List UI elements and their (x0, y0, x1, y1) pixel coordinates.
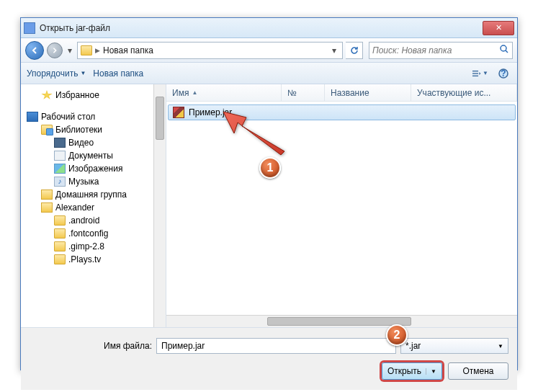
split-chevron-icon[interactable]: ▼ (426, 368, 436, 375)
star-icon (41, 90, 53, 100)
sidebar-pictures[interactable]: Изображения (21, 162, 166, 175)
sidebar-desktop[interactable]: Рабочий стол (21, 110, 166, 123)
svg-text:?: ? (501, 68, 506, 79)
file-open-dialog: Открыть jar-файл ✕ ▾ ▶ Новая папка ▾ (20, 17, 518, 370)
file-item-selected[interactable]: Пример.jar (168, 104, 516, 120)
help-button[interactable]: ? (496, 67, 511, 80)
history-dropdown[interactable]: ▾ (66, 43, 74, 58)
sidebar-scrollbar[interactable] (153, 84, 166, 327)
video-icon (54, 138, 66, 148)
sidebar-music[interactable]: ♪Музыка (21, 175, 166, 188)
toolbar: Упорядочить▼ Новая папка ▼ ? (21, 63, 517, 84)
sidebar-favorites[interactable]: Избранное (21, 89, 166, 102)
breadcrumb-separator-icon: ▶ (95, 47, 100, 54)
sidebar-folder-gimp[interactable]: .gimp-2.8 (21, 240, 166, 253)
folder-icon (54, 254, 66, 264)
close-button[interactable]: ✕ (483, 21, 514, 35)
chevron-down-icon: ▼ (80, 70, 86, 76)
column-participants[interactable]: Участвующие ис... (411, 84, 517, 101)
sidebar-libraries[interactable]: Библиотеки (21, 123, 166, 136)
sidebar-folder-android[interactable]: .android (21, 214, 166, 227)
search-box[interactable] (369, 42, 513, 59)
folder-icon (54, 215, 66, 226)
scrollbar-thumb[interactable] (156, 97, 164, 140)
image-icon (54, 164, 66, 174)
column-name[interactable]: Имя▲ (166, 84, 282, 101)
refresh-button[interactable] (346, 42, 363, 59)
new-folder-button[interactable]: Новая папка (93, 68, 143, 79)
sidebar-homegroup[interactable]: Домашняя группа (21, 188, 166, 201)
cancel-button[interactable]: Отмена (448, 362, 508, 380)
svg-rect-1 (472, 70, 478, 71)
chevron-down-icon: ▼ (498, 343, 503, 349)
breadcrumb[interactable]: Новая папка (103, 45, 153, 55)
column-title[interactable]: Название (325, 84, 411, 101)
user-icon (41, 202, 53, 213)
document-icon (54, 151, 66, 161)
filetype-filter[interactable]: *.jar ▼ (400, 338, 508, 354)
homegroup-icon (41, 190, 53, 200)
search-icon[interactable] (499, 44, 509, 56)
column-number[interactable]: № (282, 84, 325, 101)
svg-rect-2 (472, 73, 478, 74)
organize-button[interactable]: Упорядочить▼ (27, 68, 86, 79)
navigation-bar: ▾ ▶ Новая папка ▾ (21, 38, 517, 63)
sort-asc-icon: ▲ (192, 89, 197, 96)
sidebar-folder-fontconfig[interactable]: .fontconfig (21, 227, 166, 240)
folder-icon (81, 45, 92, 55)
filename-input[interactable] (156, 338, 396, 354)
address-dropdown-icon[interactable]: ▾ (329, 45, 339, 55)
desktop-icon (27, 112, 38, 122)
folder-icon (54, 241, 66, 251)
sidebar-documents[interactable]: Документы (21, 149, 166, 162)
svg-point-0 (501, 45, 506, 51)
search-input[interactable] (372, 45, 499, 55)
music-icon: ♪ (54, 177, 66, 187)
scrollbar-thumb[interactable] (267, 317, 411, 326)
navigation-tree: Избранное Рабочий стол Библиотеки Видео … (21, 84, 166, 327)
sidebar-user[interactable]: Alexander (21, 201, 166, 214)
window-title: Открыть jar-файл (40, 23, 483, 33)
titlebar: Открыть jar-файл ✕ (21, 18, 517, 38)
dialog-footer: Имя файла: *.jar ▼ Открыть ▼ Отмена (21, 327, 517, 390)
sidebar-folder-plays[interactable]: .Plays.tv (21, 253, 166, 266)
jar-file-icon (173, 107, 184, 118)
library-icon (41, 125, 53, 135)
folder-icon (54, 228, 66, 239)
address-bar[interactable]: ▶ Новая папка ▾ (77, 42, 343, 59)
sidebar-video[interactable]: Видео (21, 136, 166, 149)
chevron-down-icon: ▼ (483, 70, 488, 76)
forward-button[interactable] (47, 43, 63, 58)
horizontal-scrollbar[interactable] (166, 315, 517, 327)
filename-label: Имя файла: (30, 341, 152, 351)
file-name: Пример.jar (189, 107, 232, 117)
file-list[interactable]: Пример.jar (166, 102, 517, 315)
column-headers: Имя▲ № Название Участвующие ис... (166, 84, 517, 102)
view-options-button[interactable]: ▼ (472, 67, 488, 80)
svg-rect-3 (472, 75, 478, 76)
back-button[interactable] (25, 41, 44, 60)
file-list-pane: Имя▲ № Название Участвующие ис... Пример… (166, 84, 517, 327)
dialog-body: Избранное Рабочий стол Библиотеки Видео … (21, 84, 517, 327)
open-button[interactable]: Открыть ▼ (382, 362, 442, 380)
app-icon (24, 22, 35, 34)
